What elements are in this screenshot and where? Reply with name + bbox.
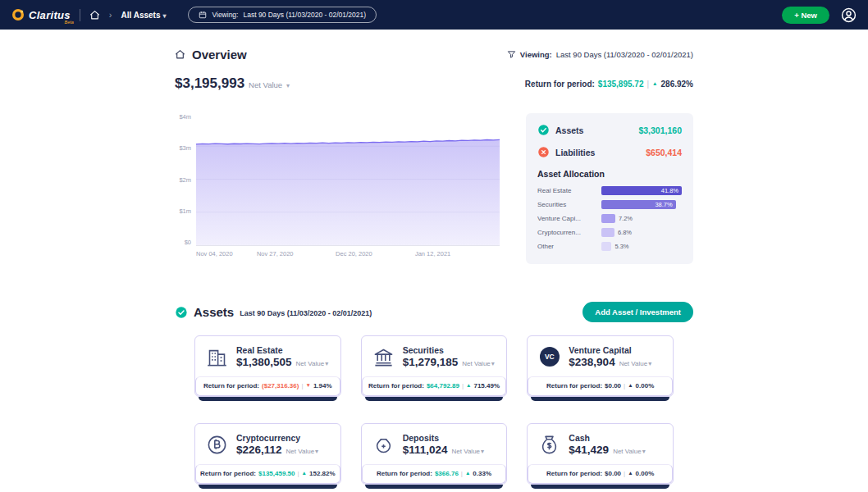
- net-value-dropdown[interactable]: Net Value: [462, 360, 495, 367]
- brand-logo[interactable]: Claritus Beta: [11, 8, 71, 21]
- nav-divider: [80, 9, 80, 21]
- asset-card-real-estate[interactable]: Real Estate $1,380,505 Net Value Return …: [194, 335, 341, 401]
- y-axis-tick: $4m: [179, 113, 191, 121]
- allocation-percent: 7.2%: [619, 216, 633, 222]
- new-button[interactable]: + New: [782, 7, 829, 24]
- net-value-dropdown[interactable]: Net Value: [296, 360, 329, 367]
- allocation-percent: 41.8%: [661, 188, 678, 194]
- card-bottom-accent: [531, 485, 669, 489]
- allocation-row: Other 5.3%: [537, 242, 682, 251]
- allocation-label: Venture Capi...: [537, 215, 601, 222]
- x-axis-tick: Jan 12, 2021: [415, 250, 450, 257]
- assets-summary-row: Assets $3,301,160: [537, 124, 682, 136]
- asset-card-cryptocurrency[interactable]: Cryptocurrency $226,112 Net Value Return…: [194, 423, 341, 489]
- liabilities-summary-row: Liabilities $650,414: [537, 146, 682, 158]
- allocation-percent: 5.3%: [614, 244, 628, 250]
- chevron-down-icon: [648, 360, 651, 367]
- net-value-label: Net Value: [613, 448, 642, 455]
- asset-card-title: Cryptocurrency: [236, 433, 318, 443]
- net-value-label: Net Value: [619, 360, 648, 367]
- y-axis-tick: $1m: [179, 207, 191, 215]
- asset-card-value: $1,279,185: [403, 356, 459, 368]
- return-value: $64,792.89: [427, 382, 459, 390]
- chart-plot-area: Nov 04, 2020Nov 27, 2020Dec 20, 2020Jan …: [196, 113, 500, 246]
- x-axis-tick: Dec 20, 2020: [336, 250, 372, 257]
- home-icon[interactable]: [89, 10, 100, 20]
- assets-section-title: Assets: [194, 305, 234, 319]
- return-percent: 286.92%: [661, 80, 693, 89]
- card-bottom-accent: [531, 397, 669, 401]
- separator: |: [646, 80, 649, 89]
- allocation-percent: 38.7%: [655, 202, 672, 208]
- all-assets-dropdown[interactable]: All Assets: [121, 11, 166, 20]
- viewing-value: Last 90 Days (11/03/2020 - 02/01/2021): [556, 50, 693, 59]
- asset-card-return: Return for period: $366.76 | ▲ 0.33%: [362, 464, 507, 484]
- separator: |: [301, 382, 303, 390]
- chart-x-axis: Nov 04, 2020Nov 27, 2020Dec 20, 2020Jan …: [196, 245, 500, 258]
- filter-icon[interactable]: [507, 50, 516, 59]
- x-axis-tick: Nov 27, 2020: [257, 250, 294, 257]
- net-value-label: Net Value: [249, 80, 282, 89]
- return-value: $0.00: [605, 382, 621, 390]
- allocation-bar-track: 5.3%: [601, 242, 682, 251]
- net-value-dropdown[interactable]: Net Value: [613, 448, 646, 455]
- asset-card-deposits[interactable]: Deposits $111,024 Net Value Return for p…: [361, 423, 508, 489]
- y-axis-tick: $0: [185, 239, 191, 246]
- asset-card-venture-capital[interactable]: VC Venture Capital $238,904 Net Value Re…: [527, 335, 674, 401]
- net-value-label: Net Value: [286, 448, 315, 455]
- net-value-dropdown[interactable]: Net Value: [619, 360, 652, 367]
- check-badge-icon: [537, 124, 550, 136]
- return-label: Return for period:: [525, 80, 595, 89]
- chevron-down-icon: [325, 360, 328, 367]
- card-bottom-accent: [199, 485, 337, 489]
- net-value-dropdown[interactable]: Net Value: [286, 448, 319, 455]
- add-asset-investment-button[interactable]: Add Asset / Investment: [582, 302, 693, 322]
- claritus-app: Claritus Beta › All Assets Viewing: Last…: [0, 0, 868, 492]
- page-header: Overview Viewing: Last 90 Days (11/03/20…: [175, 30, 693, 61]
- asset-card-securities[interactable]: Securities $1,279,185 Net Value Return f…: [361, 335, 508, 401]
- net-value-dropdown[interactable]: Net Value: [451, 448, 484, 455]
- account-icon[interactable]: [841, 7, 857, 23]
- pill-viewing-label: Viewing:: [212, 11, 238, 19]
- liabilities-total: $650,414: [646, 148, 682, 157]
- claritus-logo-icon: [11, 8, 25, 21]
- vc-badge-icon: VC: [538, 346, 560, 368]
- asset-card-return: Return for period: $0.00 | ▲ 0.00%: [528, 464, 673, 484]
- return-percent: 0.33%: [473, 470, 491, 477]
- allocation-label: Securities: [537, 201, 601, 208]
- asset-card-return: Return for period: $135,459.50 | ▲ 152.8…: [195, 464, 340, 484]
- overview-home-icon: [175, 49, 185, 60]
- return-label: Return for period:: [377, 470, 432, 477]
- x-axis-tick: Nov 04, 2020: [196, 250, 233, 257]
- chevron-down-icon: [286, 76, 290, 91]
- check-badge-icon: [175, 306, 188, 319]
- viewing-filter: Viewing: Last 90 Days (11/03/2020 - 02/0…: [507, 50, 693, 59]
- deposit-pot-icon: [372, 434, 395, 456]
- pill-viewing-value: Last 90 Days (11/03/2020 - 02/01/2021): [243, 11, 366, 19]
- allocation-bar: [601, 228, 614, 237]
- viewing-label: Viewing:: [520, 50, 552, 59]
- vc-badge-label: VC: [540, 347, 560, 367]
- asset-card-return: Return for period: $0.00 | ▲ 0.00%: [528, 376, 673, 396]
- separator: |: [624, 470, 625, 477]
- separator: |: [462, 382, 464, 390]
- chart-y-axis: $4m$3m$2m$1m$0: [175, 113, 196, 246]
- net-value-dropdown[interactable]: $3,195,993 Net Value: [175, 75, 290, 92]
- asset-cards-grid: Real Estate $1,380,505 Net Value Return …: [194, 335, 674, 489]
- allocation-bar-track: 38.7%: [601, 200, 682, 209]
- trend-caret-icon: ▲: [628, 471, 633, 476]
- card-bottom-accent: [365, 397, 504, 401]
- asset-card-cash[interactable]: Cash $41,429 Net Value Return for period…: [527, 423, 674, 489]
- total-net-value: $3,195,993: [175, 75, 244, 92]
- chart-row: $4m$3m$2m$1m$0: [175, 113, 693, 264]
- allocation-bar: 38.7%: [601, 200, 676, 209]
- net-value-label: Net Value: [296, 360, 325, 367]
- asset-card-return: Return for period: ($27,316.36) | ▼ 1.94…: [195, 376, 340, 396]
- return-label: Return for period:: [546, 382, 602, 390]
- viewing-period-pill[interactable]: Viewing: Last 90 Days (11/03/2020 - 02/0…: [188, 7, 377, 23]
- asset-card-title: Cash: [569, 433, 645, 443]
- return-value: $135,895.72: [598, 80, 644, 89]
- brand-beta-tag: Beta: [64, 20, 73, 25]
- asset-card-value: $41,429: [569, 444, 609, 456]
- summary-row: $3,195,993 Net Value Return for period: …: [175, 75, 693, 92]
